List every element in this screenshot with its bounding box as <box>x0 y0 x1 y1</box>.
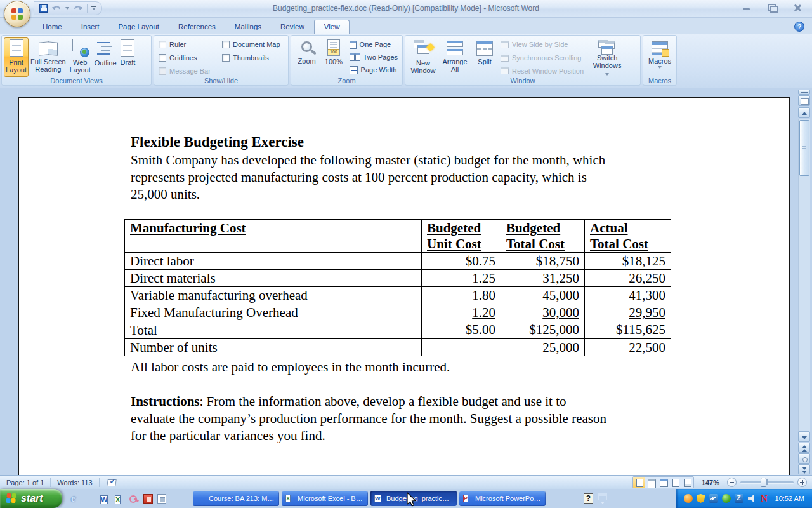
excel-icon[interactable]: X <box>115 493 125 504</box>
task-powerpoint[interactable]: P Microsoft PowerPoint ... <box>459 491 546 506</box>
split-handle[interactable] <box>798 90 810 95</box>
tab-insert[interactable]: Insert <box>72 20 109 34</box>
macros-icon <box>652 41 668 55</box>
synchronous-scrolling-icon <box>501 55 509 62</box>
statusbar-draft-button[interactable] <box>681 477 693 488</box>
internet-explorer-icon[interactable]: e <box>71 493 81 504</box>
firefox-icon[interactable] <box>86 493 96 504</box>
statusbar-web-layout-button[interactable] <box>657 477 669 488</box>
zoom-in-button[interactable] <box>797 478 807 487</box>
split-button[interactable]: Split <box>471 37 499 77</box>
ruler-checkbox-icon <box>159 41 166 48</box>
document-area: Flexible Budgeting Exercise Smith Compan… <box>0 88 812 475</box>
chevron-down-icon[interactable] <box>601 502 605 504</box>
statusbar-full-screen-button[interactable] <box>645 477 657 488</box>
zoom-slider-thumb[interactable] <box>761 478 766 487</box>
windows-flag-icon <box>6 493 18 504</box>
one-page-button[interactable]: One Page <box>347 38 400 51</box>
toggle-ruler-button[interactable] <box>798 95 810 106</box>
zoom-slider <box>727 478 807 487</box>
blue-key-tray-icon[interactable] <box>709 494 718 503</box>
volume-icon[interactable] <box>747 494 756 503</box>
customize-qat-icon[interactable] <box>91 6 96 11</box>
checkbox-document-map[interactable]: Document Map <box>222 38 280 51</box>
tab-home[interactable]: Home <box>33 20 72 34</box>
draft-button[interactable]: Draft <box>119 37 138 77</box>
arrange-all-button[interactable]: ArrangeAll <box>439 37 471 77</box>
group-caption-macros: Macros <box>643 77 676 84</box>
scroll-down-button[interactable] <box>798 431 810 442</box>
minimize-button[interactable] <box>738 3 755 12</box>
close-button[interactable] <box>789 3 806 12</box>
two-pages-button[interactable]: Two Pages <box>347 51 400 64</box>
statusbar-print-layout-button[interactable] <box>633 477 645 488</box>
zonealarm-tray-icon[interactable]: Z <box>735 494 743 503</box>
tab-mailings[interactable]: Mailings <box>225 20 271 34</box>
tab-references[interactable]: References <box>169 20 225 34</box>
switch-windows-dropdown-icon <box>605 73 609 76</box>
web-layout-button[interactable]: WebLayout <box>68 37 93 77</box>
outline-icon <box>97 41 114 57</box>
print-layout-icon <box>10 39 23 57</box>
scrollbar-track[interactable] <box>798 119 810 432</box>
red-app-icon[interactable] <box>143 494 153 504</box>
document-page[interactable]: Flexible Budgeting Exercise Smith Compan… <box>18 97 790 475</box>
undo-icon[interactable] <box>51 4 62 13</box>
note-line: All labor costs are paid to employees in… <box>131 359 686 376</box>
page-width-button[interactable]: Page Width <box>347 64 400 76</box>
zoom-slider-track[interactable] <box>740 481 794 483</box>
help-icon[interactable]: ? <box>794 22 804 32</box>
print-layout-button[interactable]: PrintLayout <box>4 37 29 77</box>
green-app-tray-icon[interactable] <box>722 494 731 503</box>
title-bar: Budgeting_practice-flex.doc (Read-Only) … <box>0 0 812 18</box>
restore-button[interactable] <box>764 3 780 12</box>
notes-app-icon[interactable] <box>157 494 166 504</box>
proofing-status-icon[interactable]: ✓ <box>107 478 117 486</box>
scroll-up-button[interactable] <box>798 107 810 118</box>
page-indicator[interactable]: Page: 1 of 1 <box>0 478 50 488</box>
zoom-button[interactable]: Zoom <box>293 37 320 77</box>
tab-review[interactable]: Review <box>271 20 314 34</box>
view-side-by-side-button: View Side by Side <box>499 38 586 51</box>
start-button[interactable]: start <box>0 489 62 508</box>
task-buttons: Course: BA 213: Man... X Microsoft Excel… <box>193 491 546 506</box>
table-row: Direct materials 1.25 31,250 26,250 <box>125 270 671 287</box>
zoom-level[interactable]: 147% <box>697 479 724 486</box>
word-count[interactable]: Words: 113 <box>51 478 98 488</box>
statusbar-outline-button[interactable] <box>669 477 681 488</box>
zoom-out-button[interactable] <box>727 478 737 487</box>
word-window: Budgeting_practice-flex.doc (Read-Only) … <box>0 0 812 508</box>
checkbox-ruler[interactable]: Ruler <box>159 38 217 51</box>
redo-icon[interactable] <box>73 4 83 13</box>
new-window-button[interactable]: NewWindow <box>407 37 439 77</box>
full-screen-reading-button[interactable]: Full ScreenReading <box>29 37 68 77</box>
office-button[interactable] <box>4 1 30 27</box>
zoom-100-button[interactable]: 100 100% <box>320 37 346 77</box>
undo-dropdown-icon[interactable] <box>65 7 69 10</box>
scrollbar-thumb[interactable] <box>799 120 809 176</box>
window-layout-icon[interactable] <box>598 493 607 500</box>
save-icon[interactable] <box>39 4 48 13</box>
switch-windows-button[interactable]: SwitchWindows <box>589 37 625 77</box>
macros-button[interactable]: Macros <box>645 37 674 77</box>
task-firefox[interactable]: Course: BA 213: Man... <box>193 491 279 506</box>
select-browse-object-button[interactable] <box>798 453 810 464</box>
table-row: Direct labor $0.75 $18,750 $18,125 <box>125 253 671 270</box>
outline-button[interactable]: Outline <box>93 37 119 77</box>
key-icon[interactable] <box>129 494 139 504</box>
word-icon[interactable]: W <box>100 493 110 504</box>
tab-page-layout[interactable]: Page Layout <box>108 20 169 34</box>
previous-page-button[interactable] <box>798 443 810 453</box>
qat-separator <box>87 4 88 13</box>
netware-tray-icon[interactable]: N <box>760 494 769 503</box>
checkbox-thumbnails[interactable]: Thumbnails <box>222 51 280 64</box>
quick-access-toolbar <box>34 1 102 15</box>
messenger-tray-icon[interactable] <box>684 494 693 503</box>
question-tray-icon[interactable]: ? <box>584 493 593 504</box>
tab-view[interactable]: View <box>314 20 350 34</box>
full-screen-reading-icon <box>38 41 58 56</box>
security-shield-icon[interactable] <box>697 494 705 503</box>
next-page-button[interactable] <box>798 464 810 474</box>
checkbox-gridlines[interactable]: Gridlines <box>159 51 217 64</box>
task-excel[interactable]: X Microsoft Excel - Bud... <box>282 491 368 506</box>
